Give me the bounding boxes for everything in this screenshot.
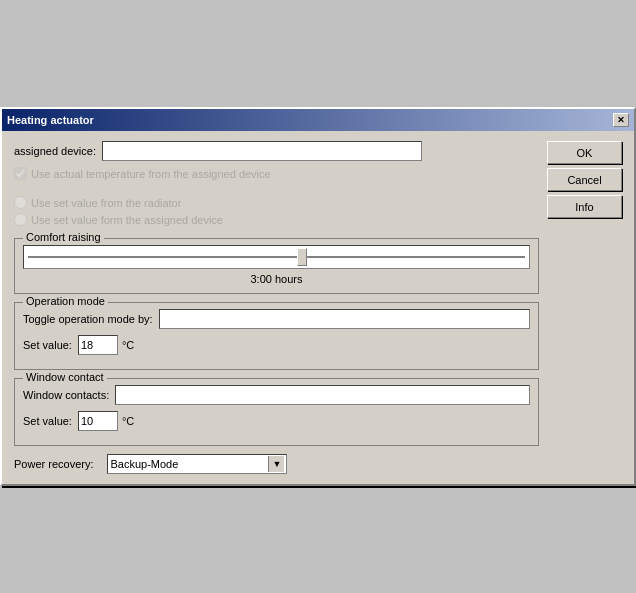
operation-set-value-row: Set value: °C [23, 335, 530, 355]
radio-assigned-label: Use set value form the assigned device [31, 214, 223, 226]
ok-button[interactable]: OK [547, 141, 622, 164]
operation-set-value-label: Set value: [23, 339, 72, 351]
close-button[interactable]: ✕ [613, 113, 629, 127]
power-recovery-dropdown[interactable]: Backup-Mode ▼ [107, 454, 287, 474]
operation-mode-group-label: Operation mode [23, 295, 108, 307]
comfort-slider-container[interactable] [23, 245, 530, 269]
radio-radiator[interactable] [14, 196, 27, 209]
dialog-title: Heating actuator [7, 114, 94, 126]
window-contact-group-label: Window contact [23, 371, 107, 383]
radio-assigned-row: Use set value form the assigned device [14, 213, 539, 226]
toggle-operation-row: Toggle operation mode by: [23, 309, 530, 329]
slider-track [28, 256, 525, 258]
assigned-device-row: assigned device: [14, 141, 539, 161]
heating-actuator-dialog: Heating actuator ✕ assigned device: Use … [0, 107, 636, 486]
comfort-group-label: Comfort raising [23, 231, 104, 243]
title-bar: Heating actuator ✕ [2, 109, 634, 131]
slider-thumb[interactable] [297, 248, 307, 266]
power-recovery-row: Power recovery: Backup-Mode ▼ [14, 454, 539, 474]
toggle-operation-input[interactable] [159, 309, 530, 329]
main-content: assigned device: Use actual temperature … [14, 141, 539, 474]
radio-assigned[interactable] [14, 213, 27, 226]
dropdown-arrow-icon: ▼ [268, 456, 284, 472]
window-set-value-row: Set value: °C [23, 411, 530, 431]
comfort-group: Comfort raising 3:00 hours [14, 238, 539, 294]
assigned-device-input[interactable] [102, 141, 422, 161]
power-recovery-label: Power recovery: [14, 458, 93, 470]
window-contacts-row: Window contacts: [23, 385, 530, 405]
actual-temp-checkbox-row: Use actual temperature from the assigned… [14, 167, 539, 180]
radio-radiator-label: Use set value from the radiator [31, 197, 181, 209]
cancel-button[interactable]: Cancel [547, 168, 622, 191]
toggle-operation-label: Toggle operation mode by: [23, 313, 153, 325]
actual-temp-label: Use actual temperature from the assigned… [31, 168, 271, 180]
side-buttons: OK Cancel Info [547, 141, 622, 474]
operation-unit: °C [122, 339, 134, 351]
window-set-value-label: Set value: [23, 415, 72, 427]
window-unit: °C [122, 415, 134, 427]
radio-radiator-row: Use set value from the radiator [14, 196, 539, 209]
info-button[interactable]: Info [547, 195, 622, 218]
assigned-device-label: assigned device: [14, 145, 96, 157]
actual-temp-checkbox[interactable] [14, 167, 27, 180]
operation-set-value-input[interactable] [78, 335, 118, 355]
power-recovery-value: Backup-Mode [110, 458, 178, 470]
window-contact-group: Window contact Window contacts: Set valu… [14, 378, 539, 446]
window-contacts-input[interactable] [115, 385, 530, 405]
operation-mode-group: Operation mode Toggle operation mode by:… [14, 302, 539, 370]
window-contacts-label: Window contacts: [23, 389, 109, 401]
window-set-value-input[interactable] [78, 411, 118, 431]
comfort-slider-value: 3:00 hours [23, 273, 530, 285]
